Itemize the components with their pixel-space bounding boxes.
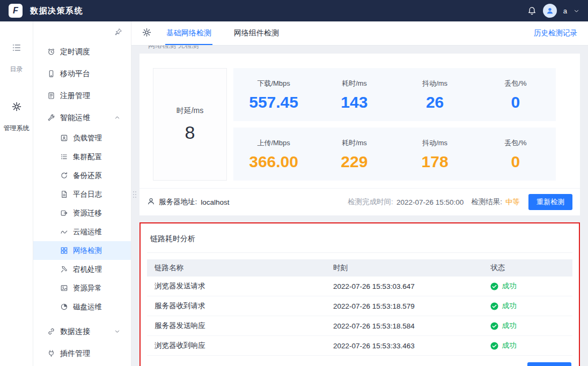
rail-item-catalog[interactable]: 目录: [10, 43, 23, 74]
status-badge: 成功: [502, 281, 516, 291]
app-logo-icon: F: [9, 4, 23, 18]
link-name-cell: 服务器收到请求: [147, 296, 326, 316]
server-address-value: localhost: [201, 198, 229, 206]
metric-label: 下载/Mbps: [257, 79, 290, 88]
sidebar-item-crash-handling[interactable]: 宕机处理: [33, 260, 131, 279]
username-label[interactable]: a: [563, 7, 567, 15]
sidebar-item-registration[interactable]: 注册管理: [33, 85, 131, 107]
pin-icon[interactable]: [114, 28, 122, 38]
sidebar-item-resource-migration[interactable]: 资源迁移: [33, 204, 131, 222]
backup-icon: [60, 171, 68, 180]
success-check-icon: [490, 282, 498, 290]
sidebar-item-cloud-ops[interactable]: 云端运维: [33, 222, 131, 241]
latency-label: 时延/ms: [177, 106, 204, 116]
analysis-title: 链路耗时分析: [147, 230, 572, 253]
table-row: 浏览器发送请求 2022-07-26 15:53:03.647 成功: [147, 277, 572, 296]
server-address-label: 服务器地址:: [159, 197, 197, 207]
tab-network-component-detection[interactable]: 网络组件检测: [233, 21, 280, 45]
finish-time-label: 检测完成时间:: [348, 197, 393, 207]
download-metrics-row: 下载/Mbps557.45 耗时/ms143 抖动/ms26 丢包/%0: [233, 68, 556, 121]
sidebar-item-load-mgmt[interactable]: 负载管理: [33, 129, 131, 147]
rail-nav: 目录 管理系统: [0, 21, 33, 366]
table-row: 浏览器收到响应 2022-07-26 15:53:33.463 成功: [147, 336, 572, 356]
user-avatar[interactable]: [543, 4, 557, 18]
sidebar-item-label: 平台日志: [73, 190, 102, 199]
sidebar-item-backup-restore[interactable]: 备份还原: [33, 166, 131, 185]
metric-label: 抖动/ms: [422, 79, 447, 88]
sidebar-item-data-connection[interactable]: 数据连接: [33, 320, 131, 342]
metric-label: 上传/Mbps: [257, 138, 290, 148]
sidebar-item-platform-logs[interactable]: 平台日志: [33, 185, 131, 204]
metric-label: 丢包/%: [504, 79, 526, 88]
sidebar-item-label: 注册管理: [60, 91, 90, 101]
sidebar-item-cluster-config[interactable]: 集群配置: [33, 147, 131, 166]
bell-icon[interactable]: [527, 6, 536, 16]
history-records-link[interactable]: 历史检测记录: [534, 28, 577, 38]
rail-item-admin-system[interactable]: 管理系统: [4, 102, 30, 133]
sidebar-item-label: 磁盘运维: [73, 302, 102, 312]
sidebar-item-label: 数据连接: [60, 327, 90, 337]
sidebar-item-label: 云端运维: [73, 227, 102, 237]
reanalyze-button[interactable]: 重新分析: [527, 362, 571, 366]
sidebar-item-smart-ops[interactable]: 智能运维: [33, 107, 131, 129]
rail-item-label: 目录: [10, 65, 23, 74]
sidebar-item-label: 备份还原: [73, 171, 102, 181]
sidebar-item-plugin-mgmt[interactable]: 插件管理: [33, 342, 131, 364]
status-badge: 成功: [502, 301, 516, 311]
sidebar-item-network-detection[interactable]: 网络检测: [33, 241, 131, 260]
col-header-link-name: 链路名称: [147, 259, 326, 277]
latency-value: 8: [185, 122, 195, 143]
server-row: 服务器地址: localhost 检测完成时间: 2022-07-26 15:5…: [139, 188, 580, 215]
time-cell: 2022-07-26 15:53:18.579: [326, 296, 483, 316]
link-analysis-table: 链路名称 时刻 状态 浏览器发送请求 2022-07-26 15:53:03.6…: [147, 259, 572, 356]
sidebar-item-label: 宕机处理: [73, 265, 102, 274]
table-row: 服务器发送响应 2022-07-26 15:53:18.584 成功: [147, 316, 572, 336]
upload-metrics-row: 上传/Mbps366.00 耗时/ms229 抖动/ms178 丢包/%0: [233, 128, 556, 181]
link-analysis-panel: 链路耗时分析 链路名称 时刻 状态 浏览器发送请求: [141, 223, 579, 366]
chevron-down-icon[interactable]: [574, 8, 579, 14]
mobile-icon: [47, 70, 55, 78]
sidebar-item-label: 资源迁移: [73, 208, 102, 218]
metric-label: 抖动/ms: [422, 138, 447, 148]
metrics-panel: 时延/ms 8 下载/Mbps557.45 耗时/ms143 抖动/ms26 丢…: [139, 54, 580, 215]
sidebar-item-scheduler[interactable]: 定时调度: [33, 41, 131, 63]
sidebar-item-mobile-platform[interactable]: 移动平台: [33, 63, 131, 85]
gear-icon[interactable]: [142, 28, 151, 39]
log-icon: [60, 190, 68, 198]
col-header-status: 状态: [483, 259, 572, 277]
link-name-cell: 浏览器发送请求: [147, 277, 326, 296]
sidebar-item-resource-abnormal[interactable]: 资源异常: [33, 279, 131, 297]
sidebar-nav: 定时调度 移动平台 注册管理 智能运维 负载管理 集群配置: [33, 21, 131, 366]
success-check-icon: [490, 322, 498, 330]
drag-handle[interactable]: [133, 191, 137, 199]
sidebar-item-label: 插件管理: [60, 349, 90, 358]
tab-basic-network-detection[interactable]: 基础网络检测: [165, 21, 212, 45]
metric-value: 557.45: [249, 93, 298, 111]
sidebar-item-disk-ops[interactable]: 磁盘运维: [33, 297, 131, 316]
tools-icon: [47, 114, 55, 122]
main-area: 基础网络检测 网络组件检测 历史检测记录 网络检测 先检测 时延/ms 8 下载…: [131, 21, 588, 366]
app-title: 数据决策系统: [30, 6, 83, 16]
metric-value: 143: [341, 93, 367, 111]
sidebar-item-label: 网络检测: [73, 246, 102, 256]
metric-label: 丢包/%: [504, 138, 526, 148]
link-name-cell: 服务器发送响应: [147, 316, 326, 336]
content-area: 网络检测 先检测 时延/ms 8 下载/Mbps557.45 耗时/ms143 …: [131, 46, 588, 366]
cloud-ops-icon: [60, 228, 68, 236]
metric-value: 0: [511, 93, 520, 111]
metric-value: 178: [422, 153, 449, 171]
menu-list-icon: [12, 43, 21, 54]
metric-value: 366.00: [249, 153, 298, 171]
sidebar-item-label: 移动平台: [60, 69, 90, 79]
clipped-scroll-text: 网络检测 先检测: [139, 46, 580, 53]
success-check-icon: [490, 342, 498, 350]
result-label: 检测结果:: [471, 197, 502, 207]
metric-label: 耗时/ms: [342, 79, 367, 88]
topbar: F 数据决策系统 a: [0, 0, 588, 21]
retest-button[interactable]: 重新检测: [528, 194, 572, 210]
chevron-down-icon: [114, 327, 120, 336]
time-cell: 2022-07-26 15:53:18.584: [326, 316, 483, 336]
latency-card: 时延/ms 8: [153, 68, 227, 181]
sidebar-item-label: 集群配置: [73, 152, 102, 162]
cluster-icon: [60, 153, 68, 161]
